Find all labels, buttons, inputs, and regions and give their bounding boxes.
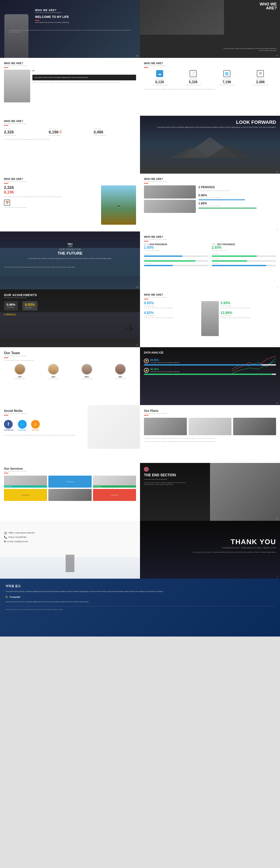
stat-0-93: 0.93% — [144, 301, 199, 305]
page-number: 01 — [136, 55, 138, 57]
slide-who-pct-stats: WHO WE ARE? Lorem ipsum dolor sit amet c… — [140, 289, 280, 347]
page-number: 20 — [276, 576, 278, 578]
pct1-value: 88.95% — [150, 359, 179, 362]
slide-subtitle: Lorem ipsum dolor sit amet consectetur — [144, 65, 276, 67]
person-photo — [201, 301, 219, 336]
stat-desc-4: Lorem ipsum dolor sit amet — [245, 84, 276, 86]
copyright-footer: Lorem ipsum dolor sit amet, consectetur … — [5, 609, 275, 610]
team-body: Lorem ipsum dolor sit amet, consectetur … — [4, 360, 136, 361]
stat-desc-3: Lorem ipsum dolor sit amet — [211, 84, 243, 86]
stat-number-1: 6,126 — [144, 80, 175, 84]
stat-label-3: Lorem ipsum — [211, 78, 243, 80]
slide-thank-you: THANK YOU POWERPOINT PRESENTATION TEMPLA… — [140, 521, 280, 579]
pct1: 0.96% — [198, 193, 276, 197]
stat-number-4: 2,486 — [245, 80, 276, 84]
member-4-role: Lorem ipsum dolor — [104, 378, 136, 379]
office-icon: 🏢 — [4, 531, 7, 534]
slide-subtitle: Lorem ipsum dolor sit amet consectetur — [144, 181, 276, 182]
copyright-title: 저작권 공고 — [5, 584, 275, 588]
member-4-avatar — [115, 364, 126, 375]
slide-who-periods: WHO WE ARE? Lorem ipsum dolor sit amet c… — [140, 174, 280, 231]
slide-end-section: 👤 THE END SECTION Lorem ipsum dolor sit … — [140, 463, 280, 521]
bars-2016: Lorem ipsum Lorem ipsum Lorem ipsum — [144, 253, 208, 266]
accent-bar — [4, 358, 8, 358]
period-body: Lorem ipsum dolor sit amet consectetur a… — [198, 190, 276, 191]
pct2: 1.68% — [198, 202, 276, 205]
bitcoin-icon: ₿ — [31, 420, 40, 429]
stat-number-2: 5,326 — [178, 80, 209, 84]
person-icon: 👤 — [144, 467, 149, 472]
page-number: 13 — [136, 402, 138, 404]
stat-num: 3,486 — [93, 130, 136, 134]
service-6-label: Lorem ipsum — [110, 494, 119, 497]
bars-2017: Lorem ipsum Lorem ipsum Lorem ipsum — [212, 253, 276, 266]
email-text: E-mail: 1234@123.com — [7, 540, 28, 542]
stat-pct2: 6.93% — [25, 303, 35, 307]
period-image-1 — [144, 185, 196, 198]
accent-bar — [4, 473, 8, 473]
stat-desc1: Lorem ipsum — [6, 306, 15, 308]
copyright-symbol: © — [5, 595, 8, 599]
page-number: 09 — [136, 286, 138, 288]
stat-12-89-label: Lorem ipsum dolor — [221, 315, 276, 317]
service-2: Lorem ipsum — [48, 475, 91, 488]
mountain-image — [154, 134, 266, 160]
team-members-grid: Tom Lorem ipsum dolor Jane Lorem ipsum d… — [4, 364, 136, 379]
copyright-body-1: Lorem ipsum dolor sit amet, consectetur … — [5, 590, 202, 593]
stat-0-93-label: Lorem ipsum dolor — [144, 305, 199, 307]
slide-who-image-stats: WHO WE ARE? Lorem ipsum dolor sit amet c… — [0, 174, 140, 231]
slide-who-we-are-dark: WHO WE ARE? Lorem ipsum dolor sit amet c… — [0, 0, 140, 58]
prog2017-pct: 2.93% — [212, 246, 276, 250]
copyright-line: © ©Copyright — [5, 595, 275, 599]
team-member-1: Tom Lorem ipsum dolor — [4, 364, 36, 379]
page-number: 06 — [276, 170, 278, 173]
bar-1 — [198, 199, 245, 200]
accent-bar — [144, 241, 148, 242]
member-1-avatar — [14, 364, 26, 375]
page-number: 15 — [136, 460, 138, 462]
plans-subtitle: Lorem ipsum dolor sit amet consectetur — [144, 412, 276, 414]
copyright-body-2: Lorem ipsum dolor sit amet, consectetur … — [5, 600, 202, 603]
stat-num: 6,196 C — [49, 130, 91, 134]
stat-col-1: Lorem ipsum 2,326 Lorem ipsum dolor sit — [4, 128, 47, 136]
stat-num2: 6,196 — [4, 190, 99, 194]
stat-num: 2,326 — [4, 130, 47, 134]
page-number: 08 — [276, 228, 278, 230]
team-member-2: Jane Lorem ipsum dolor — [37, 364, 69, 379]
stat-icon-2: 📄 — [190, 70, 197, 77]
contact-details: 🏢 Office: Lorem ipsum street 89 📞 Phone:… — [4, 531, 136, 543]
prog2017-body: Lorem ipsum dolor sit amet — [212, 250, 276, 251]
stat-num1: 2,326 — [4, 185, 99, 190]
slide-contact: 🏢 Office: Lorem ipsum street 89 📞 Phone:… — [0, 521, 140, 579]
pct2-value: 96.95% — [150, 368, 179, 371]
stat-icon-3: 🌐 — [223, 70, 230, 77]
accent-bar — [4, 67, 8, 68]
stat-box-1: 0.96% Lorem ipsum — [4, 301, 18, 310]
thumbsup-icon: 👍 — [144, 368, 149, 373]
page-number: 02 — [276, 55, 278, 57]
service-2-label: Lorem ipsum — [65, 480, 75, 483]
page-number: 04 — [276, 113, 278, 115]
stat-label-1: Lorem ipsum — [144, 78, 175, 80]
page-number: 05 — [136, 170, 138, 173]
email-icon: ✉ — [4, 540, 6, 543]
meeting-image — [140, 0, 224, 35]
stat-icon-4: ⏱ — [257, 70, 264, 77]
stat-pct1: 0.96% — [6, 303, 15, 306]
slide-title: WHO WE ARE? — [144, 178, 276, 181]
service-4-label: Lorem ipsum — [21, 494, 30, 497]
stat-desc: Lorem ipsum dolor sit — [93, 134, 136, 136]
slide-title: WHO WE ARE? — [144, 293, 276, 296]
stat-4-82-body: Lorem ipsum dolor sit amet consectetur a… — [144, 317, 199, 319]
slide-title: WHO WE ARE? — [144, 236, 276, 239]
page-number: 11 — [136, 344, 138, 346]
person-photo — [4, 70, 30, 102]
twitter-icon: 🐦 — [18, 420, 27, 429]
periods-title: 2 PERIODS — [198, 185, 276, 189]
service-3: Lorem ipsum — [93, 475, 136, 488]
prog2016-title: 2016 2016 PROGRESS — [144, 243, 208, 246]
stat-desc-1: Lorem ipsum dolor sit amet — [144, 84, 175, 86]
page-number: 16 — [276, 460, 278, 462]
slide-subtitle: Lorem ipsum dolor sit amet consectetur — [4, 123, 136, 124]
data-stat-1: 🏆 88.95% Lorem ipsum dolor sit amet cons… — [144, 359, 276, 366]
